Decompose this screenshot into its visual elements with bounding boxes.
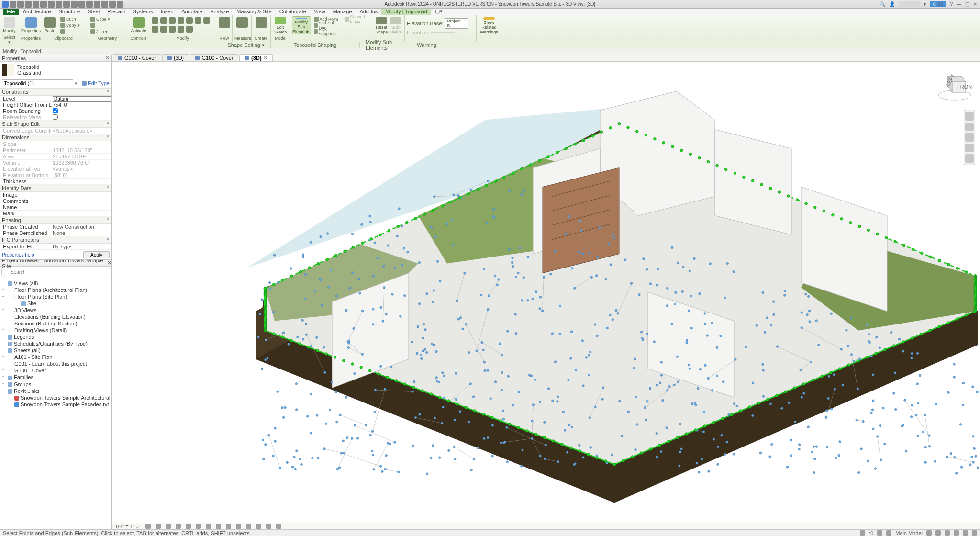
modify-button[interactable]: Modify (2, 16, 17, 34)
activate-button[interactable]: Activate (130, 16, 147, 34)
temp-hide-icon[interactable] (226, 524, 231, 529)
property-row[interactable]: Height Offset From Level754' 0" (0, 102, 111, 108)
tree-node[interactable]: Revit Links (1, 388, 111, 394)
nav-look-icon[interactable] (965, 154, 974, 163)
tree-node[interactable]: 3D Views (1, 307, 111, 313)
editable-only-icon[interactable] (877, 530, 882, 536)
analytical-icon[interactable] (256, 524, 261, 529)
cut-geom-button[interactable] (89, 22, 97, 28)
tab-analyze[interactable]: Analyze (206, 8, 233, 15)
property-group-header[interactable]: Identity Data✕ (0, 185, 111, 192)
tab-precast[interactable]: Precast (103, 8, 129, 15)
qat-open-icon[interactable] (10, 1, 16, 8)
property-row[interactable]: Phase DemolishedNone (0, 230, 111, 236)
property-checkbox[interactable] (53, 114, 58, 120)
property-row[interactable]: Curved Edge Condition<Not Applicable> (0, 128, 111, 134)
align-icon[interactable] (177, 25, 185, 33)
qat-3d-icon[interactable] (78, 1, 85, 8)
elevation-base-dropdown[interactable]: Project B... (445, 18, 468, 29)
view-cube[interactable]: FRONT LEFT (936, 67, 973, 104)
tree-node[interactable]: G001 - Learn about this project (1, 360, 111, 367)
view-button[interactable] (218, 16, 230, 34)
tab-extra-icon[interactable]: ▢▾ (431, 8, 446, 15)
property-row[interactable]: Level (0, 96, 111, 102)
property-group-header[interactable]: IFC Parameters✕ (0, 236, 111, 244)
qat-print-icon[interactable] (48, 1, 55, 8)
offset-icon[interactable] (203, 16, 211, 24)
tree-node[interactable]: Views (all) (1, 280, 111, 287)
tab-steel[interactable]: Steel (84, 8, 103, 15)
property-row[interactable]: Area215497.33 SF (0, 154, 111, 160)
copy-button[interactable]: Copy ▾ (59, 22, 81, 28)
property-row[interactable]: Perimeter1842' 10 55/128" (0, 147, 111, 154)
match-button[interactable] (59, 29, 81, 34)
tab-systems[interactable]: Systems (129, 8, 156, 15)
qat-undo-icon[interactable] (33, 1, 39, 8)
properties-button[interactable]: Properties (21, 16, 41, 34)
pin-icon[interactable] (168, 25, 176, 33)
tree-node[interactable]: Sections (Building Section) (1, 320, 111, 327)
array-icon[interactable] (151, 25, 159, 33)
scale-icon[interactable] (160, 25, 167, 33)
property-row[interactable]: Volume10629360.76 CF (0, 160, 111, 166)
qat-text-icon[interactable] (71, 1, 78, 8)
mirror-icon[interactable] (194, 16, 202, 24)
doc-tab-1[interactable]: {3D} (162, 54, 189, 61)
tab-collaborate[interactable]: Collaborate (276, 8, 310, 15)
nav-wheel-icon[interactable] (965, 112, 974, 121)
qat-thin-icon[interactable] (94, 1, 100, 8)
type-swatch[interactable] (2, 64, 14, 76)
doc-tab-2[interactable]: G100 - Cover (190, 54, 238, 61)
tree-node[interactable]: A101 - Site Plan (1, 354, 111, 360)
close-icon[interactable]: ✕ (973, 1, 977, 7)
design-options-icon[interactable] (886, 530, 891, 536)
tree-node[interactable]: Drafting Views (Detail) (1, 327, 111, 334)
property-row[interactable]: Name (0, 204, 111, 211)
property-checkbox[interactable] (53, 108, 58, 113)
3d-viewport[interactable]: FRONT LEFT (112, 62, 980, 523)
edit-type-button[interactable]: Edit Type (79, 80, 110, 86)
create-button[interactable] (254, 16, 268, 34)
tab-close-icon[interactable]: ✕ (264, 56, 267, 60)
filter-icon[interactable] (972, 530, 977, 536)
select-pinned-icon[interactable] (945, 530, 950, 536)
tab-view[interactable]: View (310, 8, 329, 15)
tree-node[interactable]: Elevations (Building Elevation) (1, 313, 111, 320)
doc-tab-3[interactable]: {3D}✕ (239, 54, 273, 61)
trial-badge[interactable]: ⏱ 30 (930, 1, 947, 7)
properties-filter-dropdown[interactable]: Toposolid (1) (2, 79, 73, 87)
property-row[interactable]: Elevation at Top<varies> (0, 166, 111, 172)
doc-tab-0[interactable]: G000 - Cover (113, 54, 161, 61)
properties-help-link[interactable]: Properties help (2, 252, 34, 257)
properties-close-icon[interactable]: ✕ (105, 55, 111, 61)
property-row[interactable]: Room Bounding (0, 108, 111, 114)
split-icon[interactable] (186, 16, 193, 24)
rendering-icon[interactable] (186, 524, 191, 529)
drag-elements-icon[interactable] (963, 530, 968, 536)
measure-button[interactable] (234, 16, 249, 34)
project-browser-close-icon[interactable]: ✕ (107, 260, 111, 266)
maximize-icon[interactable]: ▢ (965, 1, 969, 7)
tree-node[interactable]: Snowdon Towers Sample Facades.rvt (1, 401, 111, 408)
user-name[interactable]: user (899, 1, 919, 7)
reveal-hidden-icon[interactable] (236, 524, 241, 529)
view-scale[interactable]: 1/8" = 1'-0" (115, 524, 141, 529)
tree-node[interactable]: Floor Plans (Architectural Plan) (1, 287, 111, 293)
qat-section-icon[interactable] (86, 1, 93, 8)
tab-insert[interactable]: Insert (157, 8, 178, 15)
pick-supports-button[interactable]: Pick Supports (312, 29, 343, 34)
join-button[interactable]: Join ▾ (89, 29, 109, 34)
property-row[interactable]: Comments (0, 198, 111, 204)
tree-node[interactable]: Sheets (all) (1, 347, 111, 354)
property-input[interactable] (53, 96, 111, 102)
property-group-header[interactable]: Phasing✕ (0, 217, 111, 224)
nav-orbit-icon[interactable] (965, 144, 974, 152)
property-group-header[interactable]: Dimensions✕ (0, 134, 111, 141)
qat-sync-icon[interactable] (25, 1, 32, 8)
select-links-icon[interactable] (926, 530, 932, 536)
user-icon[interactable]: 👤 (889, 1, 895, 7)
trim-icon[interactable] (177, 16, 185, 24)
copy-icon[interactable] (160, 16, 167, 24)
tab-annotate[interactable]: Annotate (178, 8, 206, 15)
property-row[interactable]: Mark (0, 211, 111, 217)
